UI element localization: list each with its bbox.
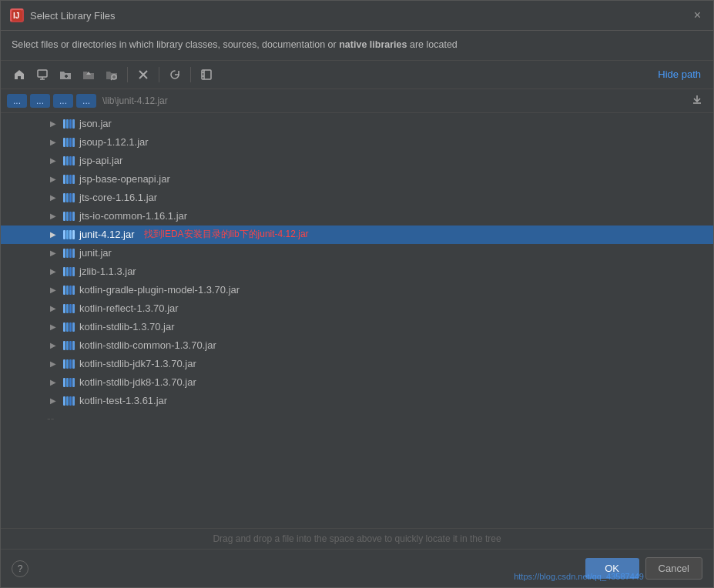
item-name: json.jar: [79, 118, 112, 129]
jar-icon: [62, 266, 75, 278]
tree-item[interactable]: ▶ junit.jar: [1, 244, 713, 262]
jar-icon: [62, 376, 75, 389]
item-name: kotlin-test-1.3.61.jar: [79, 395, 167, 406]
home-button[interactable]: [8, 65, 30, 85]
expand-arrow: ▶: [47, 192, 59, 204]
monitor-button[interactable]: [32, 65, 53, 85]
jar-icon: [62, 229, 75, 241]
expand-arrow: ▶: [47, 136, 59, 149]
path-segment-2: ...: [30, 94, 50, 108]
close-button[interactable]: ×: [691, 7, 704, 24]
title-bar-left: IJ Select Library Files: [10, 8, 116, 22]
item-name: jsp-base-openapi.jar: [79, 173, 170, 185]
expand-arrow: ▶: [47, 229, 59, 241]
expand-arrow: ▶: [47, 247, 59, 259]
item-name-selected: junit-4.12.jar: [79, 229, 135, 240]
tree-item[interactable]: ▶ jsp-api.jar: [1, 152, 713, 170]
new-folder-button[interactable]: [55, 65, 76, 85]
jar-icon: [62, 173, 75, 185]
expand-arrow: ▶: [47, 321, 59, 333]
item-name: jsoup-1.12.1.jar: [79, 136, 149, 148]
jar-icon: [62, 339, 75, 352]
tree-item[interactable]: ▶ kotlin-stdlib-1.3.70.jar: [1, 318, 713, 336]
cancel-button[interactable]: Cancel: [645, 557, 702, 580]
toolbar: Hide path: [1, 61, 713, 89]
path-segment-1: ...: [7, 94, 27, 108]
title-bar: IJ Select Library Files ×: [1, 1, 713, 31]
jar-icon: [62, 302, 75, 315]
item-name: kotlin-stdlib-common-1.3.70.jar: [79, 339, 216, 351]
tree-item[interactable]: ▶ kotlin-reflect-1.3.70.jar: [1, 299, 713, 318]
jar-icon: [62, 192, 75, 204]
svg-rect-12: [202, 70, 211, 79]
toolbar-separator3: [190, 67, 191, 82]
tree-item[interactable]: ▶ jsp-base-openapi.jar: [1, 170, 713, 189]
jar-icon: [62, 136, 75, 149]
drag-hint: Drag and drop a file into the space abov…: [1, 528, 713, 549]
item-name: kotlin-stdlib-jdk8-1.3.70.jar: [79, 376, 196, 388]
expand-arrow: ▶: [47, 358, 59, 370]
expand-arrow: ▶: [47, 173, 59, 185]
tree-item[interactable]: ▶ kotlin-stdlib-common-1.3.70.jar: [1, 336, 713, 355]
jar-icon: [62, 210, 75, 222]
expand-arrow: ▶: [47, 118, 59, 130]
description-part1: Select files or directories in which lib…: [12, 39, 337, 50]
tree-item[interactable]: ▶ kotlin-gradle-plugin-model-1.3.70.jar: [1, 281, 713, 299]
toolbar-separator: [127, 67, 128, 82]
help-button[interactable]: ?: [12, 560, 28, 577]
svg-text:IJ: IJ: [13, 12, 19, 20]
item-name: jzlib-1.1.3.jar: [79, 266, 136, 277]
folder-up-button[interactable]: [78, 65, 99, 85]
jar-icon: [62, 358, 75, 370]
expand-arrow: ▶: [47, 284, 59, 296]
tree-item[interactable]: ▶ jsoup-1.12.1.jar: [1, 133, 713, 152]
path-bar: ... ... ... ... \lib\junit-4.12.jar: [1, 89, 713, 113]
expand-arrow: ▶: [47, 376, 59, 389]
tree-item[interactable]: ▶ jts-io-common-1.16.1.jar: [1, 207, 713, 226]
jar-icon: [62, 118, 75, 130]
description-text: Select files or directories in which lib…: [1, 31, 713, 61]
hide-path-button[interactable]: Hide path: [653, 67, 706, 82]
tree-item-selected[interactable]: ▶ junit-4.12.jar 找到IEDA安装目录的lib下的junit-4…: [1, 226, 713, 244]
expand-arrow: ▶: [47, 339, 59, 352]
tree-item[interactable]: ▶ kotlin-stdlib-jdk7-1.3.70.jar: [1, 355, 713, 373]
tree-item[interactable]: ▶ jts-core-1.16.1.jar: [1, 189, 713, 207]
jar-icon: [62, 247, 75, 259]
expand-arrow: ▶: [47, 210, 59, 222]
select-library-dialog: IJ Select Library Files × Select files o…: [0, 0, 714, 588]
item-name: jsp-api.jar: [79, 155, 122, 166]
item-name: kotlin-reflect-1.3.70.jar: [79, 302, 179, 314]
toolbar-separator2: [159, 67, 159, 82]
footer-left: ?: [12, 560, 28, 577]
description-bold: native libraries: [339, 39, 407, 50]
file-tree[interactable]: ▶ json.jar ▶ jsoup-1.12.1.jar ▶: [1, 113, 713, 529]
item-name: junit.jar: [79, 247, 112, 259]
delete-button[interactable]: [132, 65, 154, 85]
tree-item[interactable]: ▶ kotlin-test-1.3.61.jar: [1, 392, 713, 410]
jar-icon: [62, 321, 75, 333]
jar-icon: [62, 395, 75, 407]
item-annotation: 找到IEDA安装目录的lib下的junit-4.12.jar: [144, 228, 309, 241]
expand-arrow: ▶: [47, 302, 59, 315]
tree-item-more: --: [1, 410, 713, 429]
app-icon: IJ: [10, 8, 24, 22]
expand-arrow: ▶: [47, 266, 59, 278]
tree-item[interactable]: ▶ kotlin-stdlib-jdk8-1.3.70.jar: [1, 373, 713, 392]
path-download-button[interactable]: [687, 92, 707, 109]
svg-rect-2: [38, 70, 47, 77]
item-name: kotlin-stdlib-1.3.70.jar: [79, 321, 175, 332]
item-name: kotlin-gradle-plugin-model-1.3.70.jar: [79, 284, 240, 296]
tree-item[interactable]: ▶ json.jar: [1, 115, 713, 133]
folder-link-button[interactable]: [101, 65, 122, 85]
item-name: kotlin-stdlib-jdk7-1.3.70.jar: [79, 358, 196, 369]
dialog-title: Select Library Files: [30, 10, 116, 22]
expand-arrow: ▶: [47, 395, 59, 407]
jar-icon: [62, 284, 75, 296]
path-suffix: \lib\junit-4.12.jar: [102, 95, 168, 106]
settings-button[interactable]: [196, 65, 217, 85]
refresh-button[interactable]: [164, 65, 186, 85]
watermark: https://blog.csdn.net/qq_43587449: [514, 572, 644, 581]
path-breadcrumb: ... ... ... ... \lib\junit-4.12.jar: [7, 94, 687, 108]
tree-item[interactable]: ▶ jzlib-1.1.3.jar: [1, 262, 713, 281]
description-part3: are located: [410, 39, 458, 50]
